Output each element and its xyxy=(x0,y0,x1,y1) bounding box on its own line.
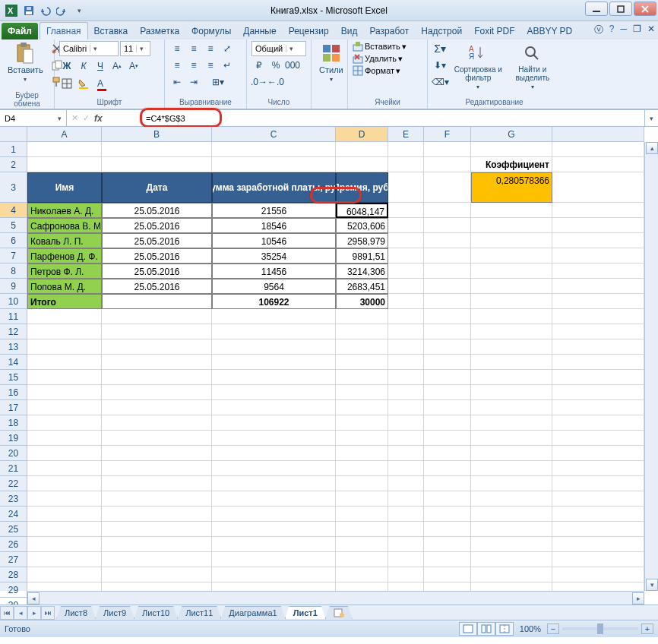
cell-D27[interactable] xyxy=(336,552,388,567)
row-header-17[interactable]: 17 xyxy=(0,400,27,415)
cell-F9[interactable] xyxy=(424,279,471,294)
cell-D18[interactable] xyxy=(336,415,388,431)
cell-C3[interactable]: Сумма заработной платы, руб. xyxy=(212,172,336,203)
cell-E28[interactable] xyxy=(388,567,424,582)
cell-C25[interactable] xyxy=(212,522,336,537)
redo-icon[interactable] xyxy=(55,3,70,18)
tab-addins[interactable]: Надстрой xyxy=(415,23,468,39)
cell-F7[interactable] xyxy=(424,248,471,264)
cell-G10[interactable] xyxy=(471,294,552,309)
cell-E11[interactable] xyxy=(388,309,424,324)
cell-F27[interactable] xyxy=(424,552,471,567)
cell-A8[interactable]: Петров Ф. Л. xyxy=(27,264,102,279)
decrease-decimal-icon[interactable]: ←.0 xyxy=(268,74,283,90)
cell-G18[interactable] xyxy=(471,415,552,431)
row-header-11[interactable]: 11 xyxy=(0,309,27,324)
cell-B13[interactable] xyxy=(102,339,212,355)
cell-G1[interactable] xyxy=(471,142,552,157)
format-cells-button[interactable]: Формат ▾ xyxy=(353,65,400,76)
row-header-21[interactable]: 21 xyxy=(0,461,27,476)
horizontal-scrollbar[interactable]: ◂ ▸ xyxy=(27,591,644,605)
cell-E6[interactable] xyxy=(388,233,424,248)
styles-button[interactable]: Стили▾ xyxy=(316,41,346,84)
cell-G9[interactable] xyxy=(471,279,552,294)
cell-C15[interactable] xyxy=(212,370,336,385)
sheet-tab-Лист9[interactable]: Лист9 xyxy=(95,606,134,619)
cell-D28[interactable] xyxy=(336,567,388,582)
cell-A16[interactable] xyxy=(27,385,102,400)
cell-C28[interactable] xyxy=(212,567,336,582)
cell-G6[interactable] xyxy=(471,233,552,248)
row-header-13[interactable]: 13 xyxy=(0,339,27,355)
cell-C23[interactable] xyxy=(212,491,336,507)
decrease-font-icon[interactable]: A▾ xyxy=(126,58,141,74)
cell-D19[interactable] xyxy=(336,431,388,446)
cell-E9[interactable] xyxy=(388,279,424,294)
row-header-20[interactable]: 20 xyxy=(0,446,27,461)
column-header-A[interactable]: A xyxy=(27,127,102,142)
cell-A4[interactable]: Николаев А. Д. xyxy=(27,203,102,218)
mdi-minimize-icon[interactable]: ─ xyxy=(620,24,627,36)
paste-button[interactable]: Вставить ▾ xyxy=(5,41,46,84)
cell-E7[interactable] xyxy=(388,248,424,264)
cancel-formula-icon[interactable]: ✕ xyxy=(71,113,78,123)
cell-D25[interactable] xyxy=(336,522,388,537)
cell-B12[interactable] xyxy=(102,324,212,339)
cell-G27[interactable] xyxy=(471,552,552,567)
cell-A6[interactable]: Коваль Л. П. xyxy=(27,233,102,248)
cell-G7[interactable] xyxy=(471,248,552,264)
cell-G14[interactable] xyxy=(471,355,552,370)
fx-icon[interactable]: fx xyxy=(94,113,103,124)
column-header-D[interactable]: D xyxy=(336,127,388,142)
cell-G13[interactable] xyxy=(471,339,552,355)
font-size-combo[interactable]: 11▾ xyxy=(120,41,150,56)
delete-cells-button[interactable]: Удалить ▾ xyxy=(353,53,403,64)
vertical-scrollbar[interactable]: ▴ ▾ xyxy=(644,142,658,591)
cell-A2[interactable] xyxy=(27,157,102,172)
save-icon[interactable] xyxy=(21,3,36,18)
cell-E22[interactable] xyxy=(388,476,424,491)
cell-C14[interactable] xyxy=(212,355,336,370)
cell-B27[interactable] xyxy=(102,552,212,567)
zoom-in-button[interactable]: + xyxy=(641,623,653,634)
row-header-24[interactable]: 24 xyxy=(0,507,27,522)
cell-F23[interactable] xyxy=(424,491,471,507)
cell-C20[interactable] xyxy=(212,446,336,461)
qat-dropdown-icon[interactable]: ▾ xyxy=(71,3,87,18)
cell-A12[interactable] xyxy=(27,324,102,339)
cell-G15[interactable] xyxy=(471,370,552,385)
cell-E21[interactable] xyxy=(388,461,424,476)
cell-D6[interactable]: 2958,979 xyxy=(336,233,388,248)
orientation-icon[interactable]: ⤢ xyxy=(220,41,235,56)
cell-B1[interactable] xyxy=(102,142,212,157)
cell-G24[interactable] xyxy=(471,507,552,522)
bold-icon[interactable]: Ж xyxy=(59,58,74,74)
cell-A21[interactable] xyxy=(27,461,102,476)
cell-A3[interactable]: Имя xyxy=(27,172,102,203)
cell-F8[interactable] xyxy=(424,264,471,279)
cell-F2[interactable] xyxy=(424,157,471,172)
row-header-18[interactable]: 18 xyxy=(0,415,27,431)
cell-B25[interactable] xyxy=(102,522,212,537)
cell-A9[interactable]: Попова М. Д. xyxy=(27,279,102,294)
cell-A26[interactable] xyxy=(27,537,102,552)
cell-F20[interactable] xyxy=(424,446,471,461)
cell-D5[interactable]: 5203,606 xyxy=(336,218,388,233)
cell-F28[interactable] xyxy=(424,567,471,582)
sheet-tab-Лист1[interactable]: Лист1 xyxy=(285,606,326,619)
row-header-26[interactable]: 26 xyxy=(0,537,27,552)
minimize-button[interactable] xyxy=(585,2,608,16)
cell-A20[interactable] xyxy=(27,446,102,461)
cell-D2[interactable] xyxy=(336,157,388,172)
cell-G4[interactable] xyxy=(471,203,552,218)
cell-B18[interactable] xyxy=(102,415,212,431)
cell-G2[interactable]: Коэффициент xyxy=(471,157,552,172)
tab-data[interactable]: Данные xyxy=(237,23,282,39)
cell-B19[interactable] xyxy=(102,431,212,446)
percent-icon[interactable]: % xyxy=(268,58,283,73)
row-header-14[interactable]: 14 xyxy=(0,355,27,370)
cell-A17[interactable] xyxy=(27,400,102,415)
row-header-7[interactable]: 7 xyxy=(0,248,27,264)
sheet-nav-next-icon[interactable]: ▸ xyxy=(27,606,41,620)
cell-E8[interactable] xyxy=(388,264,424,279)
